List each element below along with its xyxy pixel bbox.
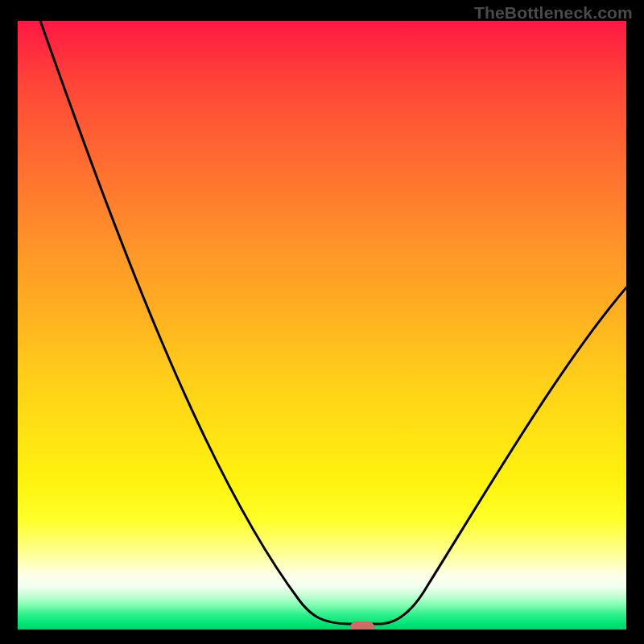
bottleneck-curve <box>18 21 626 630</box>
optimal-point-marker <box>350 621 374 630</box>
curve-path <box>39 21 626 624</box>
plot-area <box>18 21 626 630</box>
watermark-text: TheBottleneck.com <box>474 3 633 23</box>
chart-frame: TheBottleneck.com <box>0 0 644 644</box>
